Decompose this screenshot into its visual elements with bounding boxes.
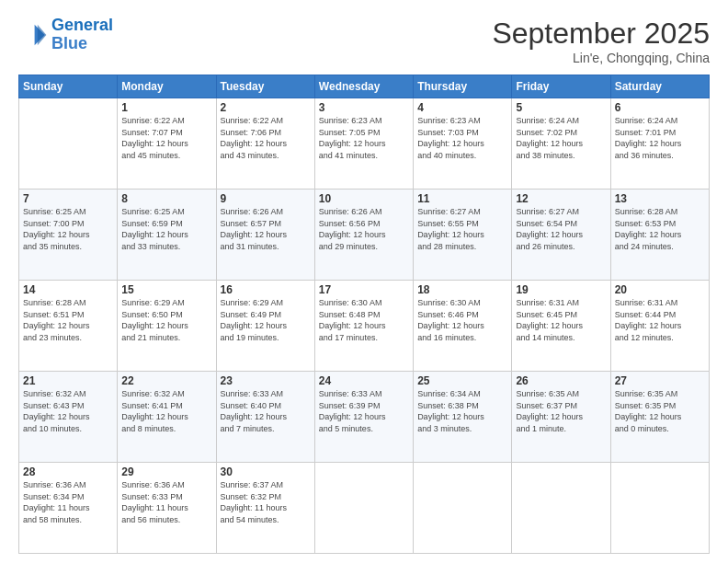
day-info: Sunrise: 6:22 AM Sunset: 7:06 PM Dayligh… bbox=[221, 115, 311, 161]
day-number: 14 bbox=[23, 283, 113, 296]
calendar-cell: 29Sunrise: 6:36 AM Sunset: 6:33 PM Dayli… bbox=[118, 463, 216, 554]
day-number: 24 bbox=[319, 374, 409, 387]
day-number: 8 bbox=[121, 192, 211, 205]
weekday-header-thursday: Thursday bbox=[414, 75, 512, 98]
calendar-cell: 14Sunrise: 6:28 AM Sunset: 6:51 PM Dayli… bbox=[19, 281, 118, 372]
calendar-cell: 23Sunrise: 6:33 AM Sunset: 6:40 PM Dayli… bbox=[216, 372, 314, 463]
calendar-cell: 6Sunrise: 6:24 AM Sunset: 7:01 PM Daylig… bbox=[610, 98, 709, 190]
calendar-week-3: 14Sunrise: 6:28 AM Sunset: 6:51 PM Dayli… bbox=[19, 281, 710, 372]
day-info: Sunrise: 6:35 AM Sunset: 6:35 PM Dayligh… bbox=[615, 388, 705, 434]
day-info: Sunrise: 6:31 AM Sunset: 6:45 PM Dayligh… bbox=[516, 297, 606, 343]
day-info: Sunrise: 6:27 AM Sunset: 6:55 PM Dayligh… bbox=[417, 206, 507, 252]
day-info: Sunrise: 6:31 AM Sunset: 6:44 PM Dayligh… bbox=[615, 297, 705, 343]
day-info: Sunrise: 6:32 AM Sunset: 6:41 PM Dayligh… bbox=[121, 388, 211, 434]
calendar-cell bbox=[414, 463, 512, 554]
day-info: Sunrise: 6:26 AM Sunset: 6:56 PM Dayligh… bbox=[319, 206, 409, 252]
calendar-week-4: 21Sunrise: 6:32 AM Sunset: 6:43 PM Dayli… bbox=[19, 372, 710, 463]
calendar-cell: 5Sunrise: 6:24 AM Sunset: 7:02 PM Daylig… bbox=[512, 98, 610, 190]
day-number: 30 bbox=[221, 465, 311, 478]
calendar-week-5: 28Sunrise: 6:36 AM Sunset: 6:34 PM Dayli… bbox=[19, 463, 710, 554]
day-info: Sunrise: 6:30 AM Sunset: 6:48 PM Dayligh… bbox=[319, 297, 409, 343]
calendar-cell: 7Sunrise: 6:25 AM Sunset: 7:00 PM Daylig… bbox=[19, 190, 118, 281]
logo-general: General bbox=[51, 16, 113, 34]
calendar-cell: 30Sunrise: 6:37 AM Sunset: 6:32 PM Dayli… bbox=[216, 463, 314, 554]
day-number: 5 bbox=[516, 101, 606, 114]
day-info: Sunrise: 6:28 AM Sunset: 6:51 PM Dayligh… bbox=[23, 297, 113, 343]
calendar-cell: 9Sunrise: 6:26 AM Sunset: 6:57 PM Daylig… bbox=[216, 190, 314, 281]
weekday-header-monday: Monday bbox=[118, 75, 216, 98]
calendar-cell: 13Sunrise: 6:28 AM Sunset: 6:53 PM Dayli… bbox=[610, 190, 709, 281]
day-number: 25 bbox=[417, 374, 507, 387]
calendar-cell: 28Sunrise: 6:36 AM Sunset: 6:34 PM Dayli… bbox=[19, 463, 118, 554]
calendar-cell: 25Sunrise: 6:34 AM Sunset: 6:38 PM Dayli… bbox=[414, 372, 512, 463]
day-info: Sunrise: 6:33 AM Sunset: 6:39 PM Dayligh… bbox=[319, 388, 409, 434]
calendar-cell bbox=[610, 463, 709, 554]
location-subtitle: Lin'e, Chongqing, China bbox=[492, 51, 710, 65]
day-info: Sunrise: 6:28 AM Sunset: 6:53 PM Dayligh… bbox=[615, 206, 705, 252]
day-info: Sunrise: 6:33 AM Sunset: 6:40 PM Dayligh… bbox=[221, 388, 311, 434]
calendar-cell: 17Sunrise: 6:30 AM Sunset: 6:48 PM Dayli… bbox=[314, 281, 413, 372]
day-number: 27 bbox=[615, 374, 705, 387]
calendar-week-2: 7Sunrise: 6:25 AM Sunset: 7:00 PM Daylig… bbox=[19, 190, 710, 281]
calendar-cell bbox=[512, 463, 610, 554]
page: General Blue September 2025 Lin'e, Chong… bbox=[0, 0, 728, 563]
day-number: 13 bbox=[615, 192, 705, 205]
calendar-cell: 3Sunrise: 6:23 AM Sunset: 7:05 PM Daylig… bbox=[314, 98, 413, 190]
title-block: September 2025 Lin'e, Chongqing, China bbox=[492, 17, 710, 65]
day-number: 9 bbox=[221, 192, 311, 205]
day-info: Sunrise: 6:27 AM Sunset: 6:54 PM Dayligh… bbox=[516, 206, 606, 252]
calendar-cell: 11Sunrise: 6:27 AM Sunset: 6:55 PM Dayli… bbox=[414, 190, 512, 281]
calendar-cell: 12Sunrise: 6:27 AM Sunset: 6:54 PM Dayli… bbox=[512, 190, 610, 281]
day-number: 19 bbox=[516, 283, 606, 296]
day-number: 23 bbox=[221, 374, 311, 387]
calendar-cell: 10Sunrise: 6:26 AM Sunset: 6:56 PM Dayli… bbox=[314, 190, 413, 281]
day-info: Sunrise: 6:23 AM Sunset: 7:03 PM Dayligh… bbox=[417, 115, 507, 161]
day-info: Sunrise: 6:32 AM Sunset: 6:43 PM Dayligh… bbox=[23, 388, 113, 434]
calendar-cell: 20Sunrise: 6:31 AM Sunset: 6:44 PM Dayli… bbox=[610, 281, 709, 372]
weekday-header-tuesday: Tuesday bbox=[216, 75, 314, 98]
day-number: 15 bbox=[121, 283, 211, 296]
calendar-cell: 21Sunrise: 6:32 AM Sunset: 6:43 PM Dayli… bbox=[19, 372, 118, 463]
day-info: Sunrise: 6:37 AM Sunset: 6:32 PM Dayligh… bbox=[221, 479, 311, 525]
calendar-cell: 15Sunrise: 6:29 AM Sunset: 6:50 PM Dayli… bbox=[118, 281, 216, 372]
month-title: September 2025 bbox=[492, 17, 710, 51]
day-number: 21 bbox=[23, 374, 113, 387]
calendar-cell: 2Sunrise: 6:22 AM Sunset: 7:06 PM Daylig… bbox=[216, 98, 314, 190]
weekday-header-sunday: Sunday bbox=[19, 75, 118, 98]
calendar-cell: 27Sunrise: 6:35 AM Sunset: 6:35 PM Dayli… bbox=[610, 372, 709, 463]
day-info: Sunrise: 6:34 AM Sunset: 6:38 PM Dayligh… bbox=[417, 388, 507, 434]
day-info: Sunrise: 6:36 AM Sunset: 6:33 PM Dayligh… bbox=[121, 479, 211, 525]
day-number: 29 bbox=[121, 465, 211, 478]
day-number: 10 bbox=[319, 192, 409, 205]
day-number: 26 bbox=[516, 374, 606, 387]
day-number: 7 bbox=[23, 192, 113, 205]
calendar-cell: 8Sunrise: 6:25 AM Sunset: 6:59 PM Daylig… bbox=[118, 190, 216, 281]
day-number: 22 bbox=[121, 374, 211, 387]
calendar-cell: 18Sunrise: 6:30 AM Sunset: 6:46 PM Dayli… bbox=[414, 281, 512, 372]
weekday-header-saturday: Saturday bbox=[610, 75, 709, 98]
calendar-cell bbox=[314, 463, 413, 554]
day-info: Sunrise: 6:24 AM Sunset: 7:02 PM Dayligh… bbox=[516, 115, 606, 161]
day-info: Sunrise: 6:22 AM Sunset: 7:07 PM Dayligh… bbox=[121, 115, 211, 161]
day-info: Sunrise: 6:29 AM Sunset: 6:50 PM Dayligh… bbox=[121, 297, 211, 343]
day-number: 12 bbox=[516, 192, 606, 205]
logo: General Blue bbox=[18, 17, 113, 53]
day-number: 11 bbox=[417, 192, 507, 205]
logo-text: General Blue bbox=[51, 17, 113, 53]
calendar-cell: 1Sunrise: 6:22 AM Sunset: 7:07 PM Daylig… bbox=[118, 98, 216, 190]
day-info: Sunrise: 6:25 AM Sunset: 6:59 PM Dayligh… bbox=[121, 206, 211, 252]
day-info: Sunrise: 6:36 AM Sunset: 6:34 PM Dayligh… bbox=[23, 479, 113, 525]
day-number: 4 bbox=[417, 101, 507, 114]
calendar-cell: 16Sunrise: 6:29 AM Sunset: 6:49 PM Dayli… bbox=[216, 281, 314, 372]
calendar-cell: 26Sunrise: 6:35 AM Sunset: 6:37 PM Dayli… bbox=[512, 372, 610, 463]
day-info: Sunrise: 6:30 AM Sunset: 6:46 PM Dayligh… bbox=[417, 297, 507, 343]
weekday-header-friday: Friday bbox=[512, 75, 610, 98]
day-info: Sunrise: 6:24 AM Sunset: 7:01 PM Dayligh… bbox=[615, 115, 705, 161]
logo-blue: Blue bbox=[51, 35, 113, 53]
day-info: Sunrise: 6:29 AM Sunset: 6:49 PM Dayligh… bbox=[221, 297, 311, 343]
day-number: 28 bbox=[23, 465, 113, 478]
header: General Blue September 2025 Lin'e, Chong… bbox=[18, 17, 710, 65]
logo-icon bbox=[18, 20, 48, 50]
day-info: Sunrise: 6:35 AM Sunset: 6:37 PM Dayligh… bbox=[516, 388, 606, 434]
day-number: 17 bbox=[319, 283, 409, 296]
